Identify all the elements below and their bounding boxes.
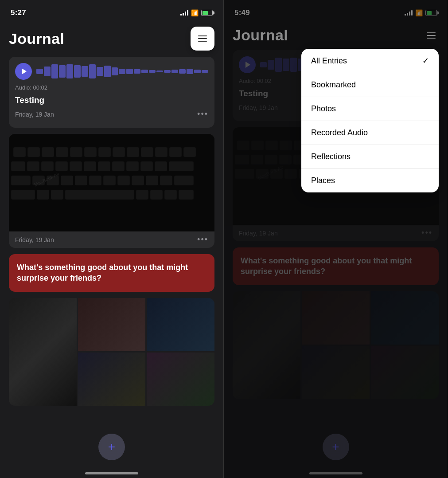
left-photo-more[interactable]: ••• [197, 235, 208, 244]
hamburger-icon [198, 35, 207, 42]
dropdown-item-photos-label: Photos [311, 104, 336, 114]
audio-player [15, 63, 208, 80]
keyboard-photo: MacBook Air [9, 134, 214, 231]
dropdown-item-places-label: Places [311, 176, 335, 185]
photo-thumb-5 [147, 353, 214, 406]
dropdown-item-reflections-label: Reflections [311, 152, 351, 161]
waveform [36, 64, 208, 78]
battery-icon [201, 10, 213, 16]
dropdown-item-reflections[interactable]: Reflections [301, 145, 439, 169]
left-fab-button[interactable]: + [98, 434, 125, 460]
audio-time: Audio: 00:02 [15, 84, 208, 91]
photo-thumb-3 [147, 298, 214, 351]
left-entry-date: Friday, 19 Jan [15, 111, 54, 118]
left-entry-title: Testing [15, 91, 208, 107]
left-home-indicator [85, 472, 138, 474]
dropdown-item-bookmarked-label: Bookmarked [311, 80, 356, 90]
left-reflection-card[interactable]: What's something good about you that mig… [9, 254, 214, 292]
dropdown-item-photos[interactable]: Photos [301, 97, 439, 121]
checkmark-icon: ✓ [422, 56, 429, 66]
photo-thumb-2 [78, 298, 146, 351]
left-app-header: Journal [9, 22, 214, 57]
left-audio-entry: Audio: 00:02 Testing Friday, 19 Jan ••• [9, 57, 214, 128]
left-photos-grid [9, 298, 214, 406]
signal-icon [180, 10, 188, 16]
left-status-bar: 5:27 📶 [0, 0, 223, 22]
wifi-icon: 📶 [191, 9, 199, 16]
left-photo-entry-footer: Friday, 19 Jan ••• [9, 231, 214, 248]
left-photo-date: Friday, 19 Jan [15, 236, 54, 243]
photo-thumb-1 [9, 298, 77, 406]
left-phone-panel: 5:27 📶 Journal [0, 0, 224, 478]
left-reflection-text: What's something good about you that mig… [17, 263, 188, 282]
left-app-title: Journal [9, 30, 64, 47]
dropdown-item-bookmarked[interactable]: Bookmarked [301, 73, 439, 97]
left-status-time: 5:27 [11, 8, 26, 17]
photo-thumb-4 [78, 353, 146, 406]
dropdown-item-recorded-audio-label: Recorded Audio [311, 128, 368, 137]
right-phone-panel: 5:49 📶 Journal [224, 0, 448, 478]
dropdown-item-recorded-audio[interactable]: Recorded Audio [301, 121, 439, 145]
left-filter-button[interactable] [191, 27, 214, 51]
left-entry-date-row: Friday, 19 Jan ••• [15, 107, 208, 121]
left-status-icons: 📶 [180, 9, 213, 16]
left-photo-entry: MacBook Air Friday, 19 Jan ••• [9, 134, 214, 248]
dropdown-item-all-entries[interactable]: All Entries ✓ [301, 49, 439, 73]
filter-dropdown: All Entries ✓ Bookmarked Photos Recorded… [301, 49, 439, 192]
dropdown-item-places[interactable]: Places [301, 169, 439, 192]
dropdown-item-all-entries-label: All Entries [311, 56, 347, 66]
left-entry-more[interactable]: ••• [197, 110, 208, 119]
play-button[interactable] [15, 63, 32, 80]
